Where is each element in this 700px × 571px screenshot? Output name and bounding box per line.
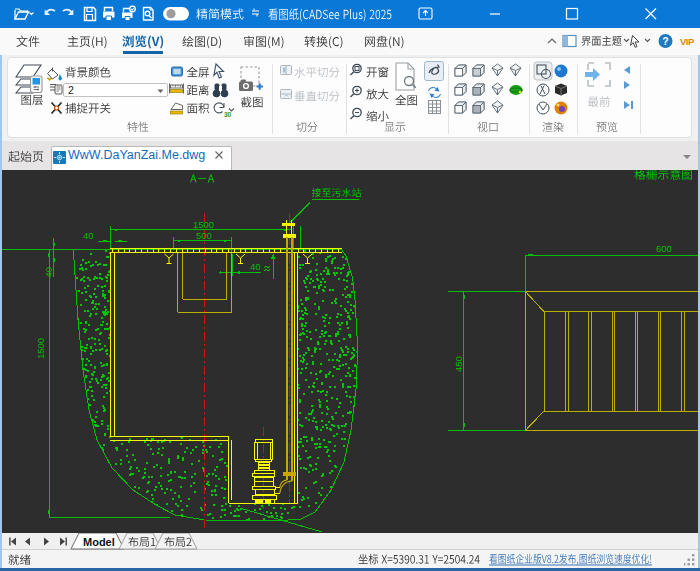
- svg-text:600: 600: [656, 243, 672, 254]
- svg-text:40: 40: [83, 230, 94, 241]
- svg-text:40: 40: [43, 267, 54, 278]
- svg-text:500: 500: [196, 230, 212, 241]
- svg-text:40: 40: [250, 261, 261, 272]
- svg-text:1500: 1500: [35, 338, 46, 359]
- svg-text:450: 450: [453, 356, 464, 372]
- svg-text:1500: 1500: [193, 219, 214, 230]
